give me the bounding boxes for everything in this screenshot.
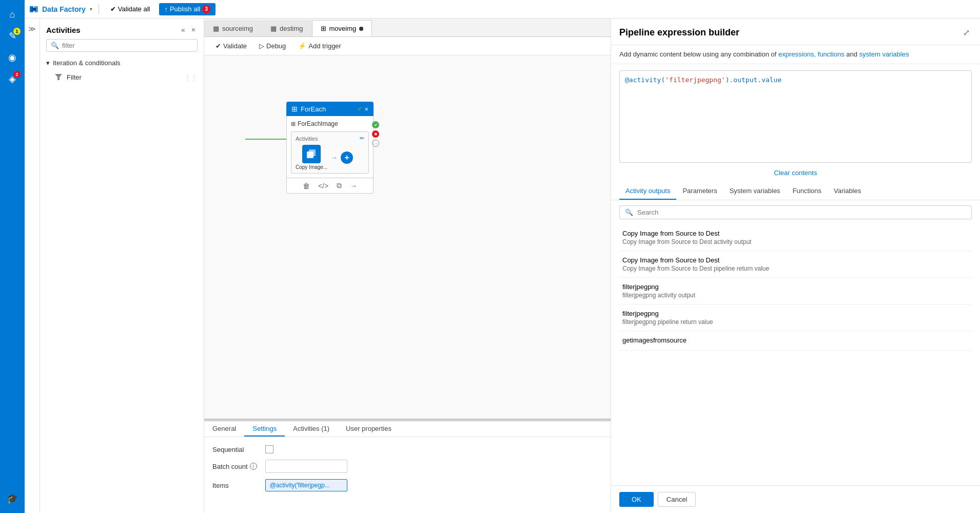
- expr-item-0[interactable]: Copy Image from Source to Dest Copy Imag…: [619, 224, 972, 251]
- foreach-node[interactable]: ⊞ ForEach ✔ × ⊞ ForEachImage: [286, 102, 374, 194]
- expression-header: Pipeline expression builder ⤢: [611, 18, 980, 45]
- side-indicators: ✔ ✖ →: [372, 121, 379, 147]
- app-name: Data Factory: [42, 5, 86, 13]
- expression-builder-panel: Pipeline expression builder ⤢ Add dynami…: [611, 18, 980, 513]
- top-bar-separator: [99, 4, 99, 14]
- expr-tab-parameters[interactable]: Parameters: [676, 183, 723, 200]
- activities-search-box[interactable]: 🔍: [46, 39, 198, 52]
- expr-tab-system-variables[interactable]: System variables: [723, 183, 787, 200]
- sequential-label: Sequential: [212, 446, 257, 453]
- secondary-sidebar: ≫: [25, 18, 40, 513]
- expressions-functions-link[interactable]: expressions, functions: [778, 50, 845, 58]
- trigger-icon: ⚡: [298, 42, 306, 50]
- nav-indicator[interactable]: →: [372, 140, 379, 147]
- tab-moveimg-label: moveimg: [329, 25, 357, 32]
- tab-sourceimg[interactable]: ▦ sourceimg: [204, 20, 262, 36]
- expr-item-2[interactable]: filterjpegpng filterjpegpng activity out…: [619, 278, 972, 305]
- tab-strip: ▦ sourceimg ▦ destimg ⊞ moveimg: [204, 18, 611, 37]
- batch-count-input[interactable]: [265, 460, 347, 473]
- expression-tabs: Activity outputs Parameters System varia…: [611, 183, 980, 200]
- tab-destimg[interactable]: ▦ destimg: [262, 20, 312, 36]
- add-trigger-button[interactable]: ⚡ Add trigger: [293, 40, 346, 52]
- expression-editor[interactable]: @activity('filterjpegpng').output.value: [619, 70, 972, 163]
- activities-title: Activities: [46, 26, 81, 34]
- expr-item-1-subtitle: Copy Image from Source to Dest pipeline …: [622, 265, 969, 272]
- tab-general-label: General: [212, 425, 236, 432]
- tab-destimg-label: destimg: [280, 25, 303, 32]
- inner-activities-box: Activities ✏: [291, 131, 369, 174]
- expression-search-input[interactable]: [637, 208, 966, 216]
- foreach-close-icon[interactable]: ×: [364, 105, 368, 113]
- canvas-area[interactable]: ⊞ ForEach ✔ × ⊞ ForEachImage: [204, 55, 611, 419]
- add-activity-btn[interactable]: +: [341, 151, 353, 164]
- data-factory-logo-icon: [29, 4, 39, 14]
- expr-tab-functions-label: Functions: [793, 187, 821, 195]
- items-value[interactable]: @activity('filterjpegp...: [265, 479, 347, 491]
- expression-desc-text: Add dynamic content below using any comb…: [619, 50, 776, 58]
- filter-activity-left: Filter: [54, 73, 82, 81]
- edit-icon[interactable]: ✏: [360, 135, 364, 142]
- expr-tab-activity-outputs[interactable]: Activity outputs: [619, 183, 676, 200]
- tab-settings-label: Settings: [252, 425, 277, 432]
- error-indicator: ✖: [372, 130, 379, 138]
- top-bar: Data Factory ▾ ✔ Validate all ↑ Publish …: [25, 0, 980, 18]
- filter-activity-item[interactable]: Filter ⋮⋮: [40, 70, 204, 84]
- foreach-sublabel-icon: ⊞: [291, 121, 296, 127]
- debug-button[interactable]: ▷ Debug: [254, 40, 291, 52]
- bottom-tabs: General Settings Activities (1) User pro…: [204, 422, 611, 437]
- code-node-btn[interactable]: </>: [316, 181, 330, 191]
- system-variables-link[interactable]: system variables: [859, 50, 909, 58]
- manage-icon[interactable]: ◈ 2: [2, 69, 23, 89]
- expr-item-4[interactable]: getimagesfromsource: [619, 331, 972, 351]
- tab-general[interactable]: General: [204, 422, 244, 436]
- expr-tab-variables[interactable]: Variables: [828, 183, 867, 200]
- expression-expand-btn[interactable]: ⤢: [961, 26, 972, 40]
- expression-search-box[interactable]: 🔍: [619, 205, 972, 219]
- expr-item-4-title: getimagesfromsource: [622, 336, 969, 344]
- delete-node-btn[interactable]: 🗑: [301, 181, 312, 191]
- activities-panel: Activities « × 🔍 ▾ Iteration & condition…: [40, 18, 204, 513]
- activities-search-input[interactable]: [62, 42, 193, 49]
- validate-button[interactable]: ✔ Validate: [210, 40, 252, 52]
- expr-item-1[interactable]: Copy Image from Source to Dest Copy Imag…: [619, 251, 972, 278]
- validate-all-button[interactable]: ✔ Validate all: [105, 3, 155, 15]
- tab-settings[interactable]: Settings: [244, 422, 285, 436]
- activities-category-label: Iteration & conditionals: [53, 59, 121, 67]
- author-icon[interactable]: ✎ 1: [2, 26, 23, 46]
- close-activities-icon[interactable]: ×: [189, 25, 198, 35]
- expr-tab-functions[interactable]: Functions: [787, 183, 828, 200]
- home-icon[interactable]: ⌂: [2, 4, 23, 25]
- canvas-toolbar: ✔ Validate ▷ Debug ⚡ Add trigger: [204, 37, 611, 55]
- learn-icon[interactable]: 🎓: [2, 488, 23, 509]
- table-icon-destimg: ▦: [270, 25, 277, 32]
- ok-button[interactable]: OK: [619, 492, 654, 507]
- tab-moveimg[interactable]: ⊞ moveimg: [312, 20, 373, 36]
- publish-all-button[interactable]: ↑ Publish all 3: [159, 3, 215, 15]
- search-icon: 🔍: [51, 42, 59, 49]
- navigate-node-btn[interactable]: →: [348, 181, 359, 191]
- expand-activities-btn[interactable]: ≫: [26, 23, 38, 35]
- collapse-icon[interactable]: «: [179, 25, 187, 35]
- cancel-button[interactable]: Cancel: [658, 492, 696, 507]
- add-trigger-label: Add trigger: [308, 42, 341, 50]
- expr-search-icon: 🔍: [625, 208, 633, 216]
- monitor-icon[interactable]: ◉: [2, 47, 23, 68]
- expression-title: Pipeline expression builder: [619, 27, 739, 38]
- logo-chevron[interactable]: ▾: [90, 6, 92, 12]
- foreach-header: ⊞ ForEach ✔ ×: [286, 102, 374, 116]
- expr-item-0-title: Copy Image from Source to Dest: [622, 230, 969, 237]
- sequential-checkbox[interactable]: [265, 445, 273, 453]
- expr-item-3[interactable]: filterjpegpng filterjpegpng pipeline ret…: [619, 305, 972, 331]
- node-toolbar: 🗑 </> ⧉ →: [286, 178, 374, 194]
- copy-image-node[interactable]: Copy Image...: [296, 145, 327, 170]
- pipeline-icon-moveimg: ⊞: [321, 25, 326, 32]
- duplicate-node-btn[interactable]: ⧉: [335, 180, 344, 191]
- activities-box-label: Activities: [296, 136, 318, 142]
- clear-contents-button[interactable]: Clear contents: [619, 169, 972, 177]
- expr-item-2-subtitle: filterjpegpng activity output: [622, 292, 969, 299]
- activities-category-iteration[interactable]: ▾ Iteration & conditionals: [40, 56, 204, 70]
- tab-user-properties[interactable]: User properties: [338, 422, 400, 436]
- copy-image-label: Copy Image...: [296, 164, 327, 170]
- svg-marker-3: [55, 74, 62, 80]
- tab-activities-1[interactable]: Activities (1): [285, 422, 338, 436]
